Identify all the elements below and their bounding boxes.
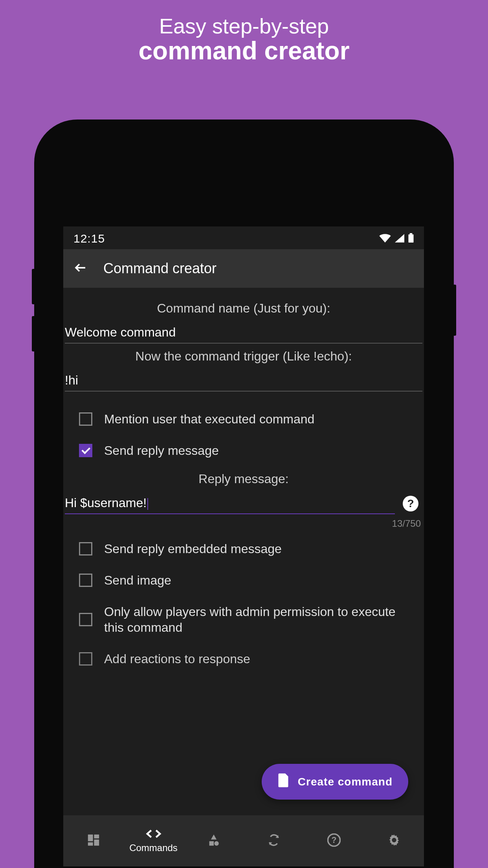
phone-frame: 12:15 Command creator Command name (Just — [34, 120, 454, 868]
text-caret — [147, 498, 148, 510]
nav-label: Commands — [129, 842, 178, 853]
checkbox-icon — [79, 412, 92, 426]
nav-dashboard[interactable] — [63, 833, 123, 848]
promo-line1: Easy step-by-step — [0, 14, 488, 38]
char-count: 13/750 — [65, 514, 422, 533]
checkbox-icon — [79, 574, 92, 587]
wifi-icon — [379, 232, 391, 245]
status-icons — [379, 232, 414, 245]
help-circle-icon: ? — [327, 833, 341, 848]
checkbox-icon — [79, 542, 92, 555]
nav-help[interactable]: ? — [304, 833, 364, 848]
checkbox-add-reactions[interactable]: Add reactions to response — [63, 643, 424, 675]
checkbox-label: Send reply embedded message — [104, 541, 282, 557]
command-trigger-input[interactable] — [65, 370, 422, 392]
reply-message-input[interactable]: Hi $username! — [65, 493, 395, 514]
document-icon — [277, 773, 289, 790]
checkbox-label: Add reactions to response — [104, 651, 250, 667]
gear-icon — [387, 833, 401, 848]
checkbox-icon — [79, 613, 92, 626]
app-bar: Command creator — [63, 249, 424, 288]
svg-rect-3 — [94, 835, 99, 839]
checkbox-icon — [79, 652, 92, 666]
svg-rect-0 — [408, 234, 413, 243]
sync-icon — [267, 833, 281, 848]
signal-icon — [395, 232, 404, 245]
promo-line2: command creator — [0, 36, 488, 65]
svg-text:?: ? — [331, 835, 336, 845]
command-name-label: Command name (Just for you): — [63, 296, 424, 322]
checkbox-label: Send reply message — [104, 443, 219, 458]
bottom-nav: Commands ? — [63, 815, 424, 866]
checkbox-label: Only allow players with admin permission… — [104, 604, 408, 635]
svg-point-6 — [214, 841, 218, 846]
status-bar: 12:15 — [63, 226, 424, 249]
code-icon — [146, 828, 161, 841]
nav-commands[interactable]: Commands — [123, 828, 183, 853]
nav-modules[interactable] — [183, 833, 244, 848]
svg-rect-1 — [410, 233, 413, 234]
create-command-button[interactable]: Create command — [262, 764, 408, 800]
form-content: Command name (Just for you): Now the com… — [63, 288, 424, 682]
help-icon[interactable]: ? — [403, 496, 418, 511]
checkbox-label: Mention user that executed command — [104, 411, 314, 427]
status-time: 12:15 — [73, 232, 105, 245]
command-name-input[interactable] — [65, 322, 422, 344]
svg-rect-7 — [209, 841, 213, 846]
dashboard-icon — [87, 833, 100, 848]
reply-message-value: Hi $username! — [65, 496, 147, 510]
promo-header: Easy step-by-step command creator — [0, 0, 488, 75]
checkbox-send-reply[interactable]: Send reply message — [63, 435, 424, 466]
back-arrow-icon[interactable] — [73, 261, 88, 276]
phone-screen: 12:15 Command creator Command name (Just — [63, 226, 424, 866]
fab-label: Create command — [298, 776, 393, 788]
reply-message-label: Reply message: — [63, 466, 424, 493]
svg-rect-4 — [88, 842, 93, 846]
svg-point-10 — [392, 839, 396, 842]
checkbox-label: Send image — [104, 572, 171, 588]
nav-settings[interactable] — [364, 833, 424, 848]
checkbox-admin-only[interactable]: Only allow players with admin permission… — [63, 596, 424, 643]
checkbox-checked-icon — [79, 444, 92, 457]
battery-icon — [408, 232, 414, 245]
checkbox-send-image[interactable]: Send image — [63, 565, 424, 596]
svg-rect-5 — [94, 840, 99, 846]
shapes-icon — [207, 833, 220, 848]
command-trigger-label: Now the command trigger (Like !echo): — [63, 344, 424, 370]
svg-rect-2 — [88, 835, 93, 841]
checkbox-send-embed[interactable]: Send reply embedded message — [63, 533, 424, 565]
app-bar-title: Command creator — [103, 260, 216, 277]
nav-sync[interactable] — [244, 833, 304, 848]
checkbox-mention-user[interactable]: Mention user that executed command — [63, 403, 424, 435]
